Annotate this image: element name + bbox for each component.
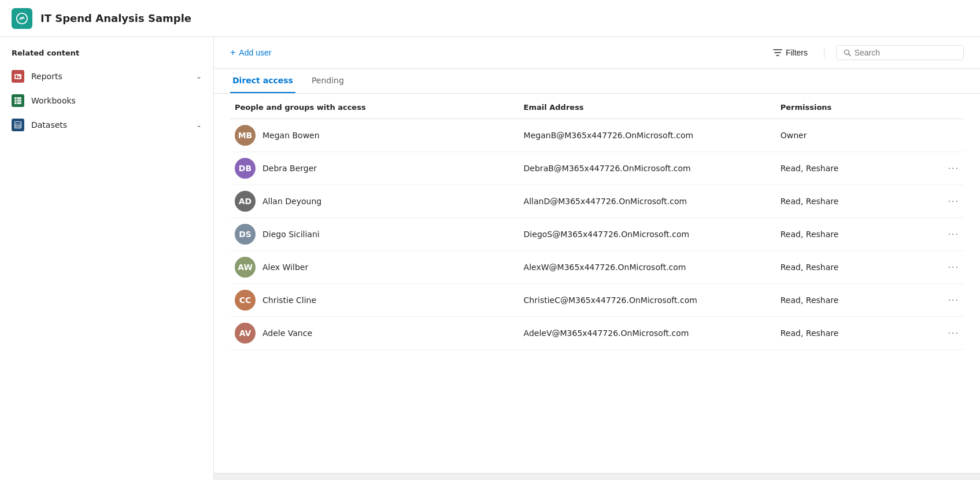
email-cell: MeganB@M365x447726.OnMicrosoft.com bbox=[524, 119, 781, 152]
person-cell: CCChristie Cline bbox=[230, 284, 524, 317]
plus-icon: + bbox=[230, 47, 235, 58]
person-name: Adele Vance bbox=[262, 328, 312, 338]
search-input[interactable] bbox=[855, 48, 956, 57]
access-table-container: People and groups with access Email Addr… bbox=[214, 94, 980, 473]
permissions-cell: Read, Reshare··· bbox=[781, 284, 964, 317]
sidebar-item-reports[interactable]: Reports ⌄ bbox=[0, 64, 213, 88]
datasets-chevron: ⌄ bbox=[196, 121, 202, 129]
more-options-button[interactable]: ··· bbox=[944, 326, 964, 341]
permissions-cell: Read, Reshare··· bbox=[781, 152, 964, 185]
more-options-button[interactable]: ··· bbox=[944, 260, 964, 275]
email-cell: AlexW@M365x447726.OnMicrosoft.com bbox=[524, 251, 781, 284]
avatar: AD bbox=[235, 191, 256, 212]
svg-rect-10 bbox=[15, 124, 21, 125]
search-area[interactable] bbox=[836, 45, 964, 60]
permission-value: Read, Reshare bbox=[781, 328, 839, 338]
col-header-email: Email Address bbox=[524, 94, 781, 119]
svg-rect-3 bbox=[18, 76, 20, 78]
permissions-cell: Owner bbox=[781, 119, 964, 152]
sidebar-section-title: Related content bbox=[0, 46, 213, 64]
person-cell: AVAdele Vance bbox=[230, 317, 524, 350]
permission-value: Read, Reshare bbox=[781, 164, 839, 173]
avatar: AV bbox=[235, 323, 256, 344]
person-cell: AWAlex Wilber bbox=[230, 251, 524, 284]
svg-line-13 bbox=[849, 54, 850, 56]
table-row: DBDebra BergerDebraB@M365x447726.OnMicro… bbox=[230, 152, 964, 185]
permissions-cell: Read, Reshare··· bbox=[781, 251, 964, 284]
person-name: Allan Deyoung bbox=[262, 197, 321, 206]
add-user-label: Add user bbox=[239, 48, 271, 57]
table-row: MBMegan BowenMeganB@M365x447726.OnMicros… bbox=[230, 119, 964, 152]
person-cell: MBMegan Bowen bbox=[230, 119, 524, 152]
workbooks-icon bbox=[12, 94, 24, 107]
svg-rect-2 bbox=[16, 75, 17, 78]
email-cell: DebraB@M365x447726.OnMicrosoft.com bbox=[524, 152, 781, 185]
page-title: IT Spend Analysis Sample bbox=[40, 12, 191, 24]
toolbar: + Add user Filters bbox=[214, 37, 980, 69]
email-cell: DiegoS@M365x447726.OnMicrosoft.com bbox=[524, 218, 781, 251]
sidebar-item-datasets[interactable]: Datasets ⌄ bbox=[0, 113, 213, 137]
person-name: Debra Berger bbox=[262, 164, 317, 173]
permission-value: Read, Reshare bbox=[781, 296, 839, 305]
datasets-icon bbox=[12, 119, 24, 131]
filter-icon bbox=[773, 48, 782, 57]
avatar: AW bbox=[235, 257, 256, 278]
app-icon bbox=[12, 8, 32, 29]
app-header: IT Spend Analysis Sample bbox=[0, 0, 980, 37]
table-row: AVAdele VanceAdeleV@M365x447726.OnMicros… bbox=[230, 317, 964, 350]
permission-value: Read, Reshare bbox=[781, 230, 839, 239]
more-options-button[interactable]: ··· bbox=[944, 293, 964, 308]
reports-chevron: ⌄ bbox=[196, 72, 202, 80]
more-options-button[interactable]: ··· bbox=[944, 161, 964, 176]
reports-icon bbox=[12, 70, 24, 83]
person-name: Megan Bowen bbox=[262, 131, 320, 140]
svg-rect-11 bbox=[15, 127, 21, 128]
table-row: CCChristie ClineChristieC@M365x447726.On… bbox=[230, 284, 964, 317]
tabs-bar: Direct access Pending bbox=[214, 69, 980, 94]
filters-label: Filters bbox=[786, 48, 808, 57]
email-cell: AdeleV@M365x447726.OnMicrosoft.com bbox=[524, 317, 781, 350]
avatar: MB bbox=[235, 125, 256, 146]
person-cell: DBDebra Berger bbox=[230, 152, 524, 185]
permissions-cell: Read, Reshare··· bbox=[781, 185, 964, 218]
tab-pending[interactable]: Pending bbox=[309, 69, 346, 93]
bottom-scrollbar[interactable] bbox=[214, 473, 980, 480]
svg-rect-4 bbox=[14, 97, 21, 104]
table-row: AWAlex WilberAlexW@M365x447726.OnMicroso… bbox=[230, 251, 964, 284]
email-cell: AllanD@M365x447726.OnMicrosoft.com bbox=[524, 185, 781, 218]
person-cell: ADAllan Deyoung bbox=[230, 185, 524, 218]
person-name: Diego Siciliani bbox=[262, 230, 320, 239]
avatar: CC bbox=[235, 290, 256, 311]
access-table: People and groups with access Email Addr… bbox=[230, 94, 964, 350]
sidebar-item-workbooks[interactable]: Workbooks bbox=[0, 88, 213, 113]
datasets-label: Datasets bbox=[31, 120, 67, 130]
person-cell: DSDiego Siciliani bbox=[230, 218, 524, 251]
avatar: DS bbox=[235, 224, 256, 245]
more-options-button[interactable]: ··· bbox=[944, 194, 964, 209]
permission-value: Read, Reshare bbox=[781, 197, 839, 206]
workbooks-label: Workbooks bbox=[31, 96, 76, 105]
permission-value: Owner bbox=[781, 131, 807, 140]
toolbar-divider bbox=[824, 47, 824, 58]
sidebar: Related content Reports ⌄ bbox=[0, 37, 214, 480]
person-name: Alex Wilber bbox=[262, 263, 308, 272]
col-header-people: People and groups with access bbox=[230, 94, 524, 119]
permissions-cell: Read, Reshare··· bbox=[781, 218, 964, 251]
avatar: DB bbox=[235, 158, 256, 179]
permissions-cell: Read, Reshare··· bbox=[781, 317, 964, 350]
reports-label: Reports bbox=[31, 72, 62, 81]
col-header-permissions: Permissions bbox=[781, 94, 964, 119]
permission-value: Read, Reshare bbox=[781, 263, 839, 272]
person-name: Christie Cline bbox=[262, 296, 316, 305]
more-options-button[interactable]: ··· bbox=[944, 227, 964, 242]
email-cell: ChristieC@M365x447726.OnMicrosoft.com bbox=[524, 284, 781, 317]
table-row: ADAllan DeyoungAllanD@M365x447726.OnMicr… bbox=[230, 185, 964, 218]
svg-rect-9 bbox=[15, 122, 21, 124]
content-area: + Add user Filters bbox=[214, 37, 980, 480]
table-row: DSDiego SicilianiDiegoS@M365x447726.OnMi… bbox=[230, 218, 964, 251]
search-icon bbox=[844, 49, 851, 57]
filters-button[interactable]: Filters bbox=[768, 46, 812, 60]
tab-direct-access[interactable]: Direct access bbox=[230, 69, 295, 93]
add-user-button[interactable]: + Add user bbox=[230, 45, 271, 60]
